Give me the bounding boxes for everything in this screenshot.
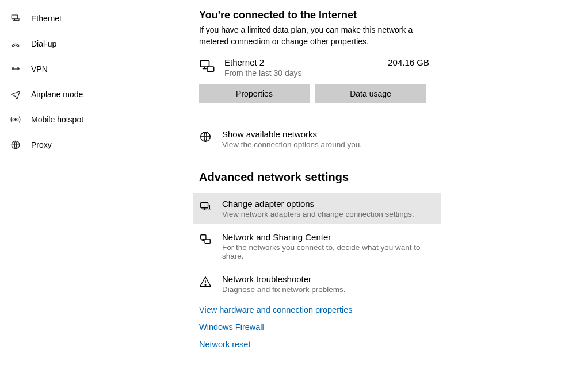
globe-icon <box>199 130 212 143</box>
sidebar-item-ethernet[interactable]: Ethernet <box>0 6 184 31</box>
link-hardware-props[interactable]: View hardware and connection properties <box>199 305 571 314</box>
row-title: Network troubleshooter <box>222 274 435 284</box>
sharing-icon <box>199 233 212 246</box>
row-title: Network and Sharing Center <box>222 232 435 242</box>
row-sub: View the connection options around you. <box>222 140 435 149</box>
row-title: Show available networks <box>222 129 435 139</box>
advanced-heading: Advanced network settings <box>199 171 571 184</box>
vpn-icon <box>10 64 21 74</box>
row-sub: For the networks you connect to, decide … <box>222 243 435 260</box>
sidebar-item-airplane[interactable]: Airplane mode <box>0 82 184 107</box>
svg-rect-10 <box>205 239 210 243</box>
row-sub: Diagnose and fix network problems. <box>222 285 435 294</box>
network-sharing-center[interactable]: Network and Sharing Center For the netwo… <box>193 226 441 266</box>
status-description: If you have a limited data plan, you can… <box>199 25 441 47</box>
sidebar-item-hotspot[interactable]: Mobile hotspot <box>0 107 184 132</box>
connection-sub: From the last 30 days <box>224 68 377 78</box>
svg-point-11 <box>205 284 206 286</box>
network-troubleshooter[interactable]: Network troubleshooter Diagnose and fix … <box>193 268 441 299</box>
svg-rect-0 <box>12 15 18 19</box>
sidebar-item-label: Dial-up <box>31 39 56 48</box>
connection-row: Ethernet 2 From the last 30 days 204.16 … <box>199 57 435 78</box>
svg-rect-9 <box>201 235 206 239</box>
proxy-icon <box>10 140 21 150</box>
row-sub: View network adapters and change connect… <box>222 210 435 218</box>
sidebar-item-label: Mobile hotspot <box>31 115 83 124</box>
change-adapter-options[interactable]: Change adapter options View network adap… <box>193 193 441 224</box>
svg-point-3 <box>15 119 17 121</box>
link-network-reset[interactable]: Network reset <box>199 340 571 349</box>
svg-rect-6 <box>207 67 214 71</box>
svg-rect-5 <box>200 61 209 67</box>
sidebar-item-proxy[interactable]: Proxy <box>0 132 184 157</box>
airplane-icon <box>10 89 21 99</box>
link-windows-firewall[interactable]: Windows Firewall <box>199 322 571 332</box>
main-content: You're connected to the Internet If you … <box>184 0 588 373</box>
sidebar-item-label: Proxy <box>31 140 52 149</box>
connection-name: Ethernet 2 <box>224 57 377 67</box>
sidebar-item-vpn[interactable]: VPN <box>0 56 184 82</box>
hotspot-icon <box>10 114 21 125</box>
row-title: Change adapter options <box>222 199 435 209</box>
svg-rect-8 <box>201 203 208 208</box>
dialup-icon <box>10 39 21 49</box>
properties-button[interactable]: Properties <box>199 84 310 103</box>
sidebar: Ethernet Dial-up VPN Airplane mode <box>0 0 184 373</box>
sidebar-item-label: VPN <box>31 64 48 74</box>
data-usage-button[interactable]: Data usage <box>315 84 426 103</box>
connection-usage: 204.16 GB <box>388 57 435 67</box>
sidebar-item-label: Ethernet <box>31 14 62 23</box>
warning-icon <box>199 275 212 288</box>
pc-network-icon <box>199 59 214 74</box>
sidebar-item-dialup[interactable]: Dial-up <box>0 31 184 56</box>
sidebar-item-label: Airplane mode <box>31 90 83 99</box>
show-available-networks[interactable]: Show available networks View the connect… <box>193 124 441 155</box>
button-row: Properties Data usage <box>199 84 571 103</box>
status-heading: You're connected to the Internet <box>199 9 571 21</box>
ethernet-icon <box>10 13 21 24</box>
adapter-icon <box>199 200 212 213</box>
